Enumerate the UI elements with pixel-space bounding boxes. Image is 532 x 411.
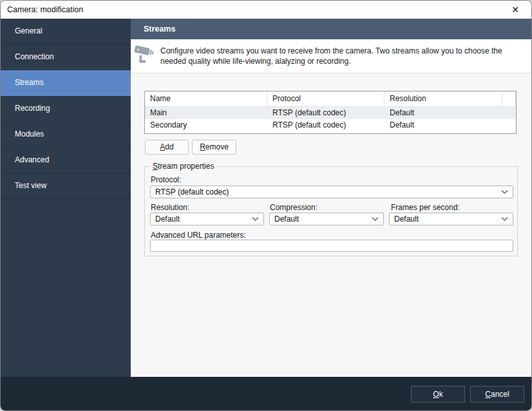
chevron-down-icon [501,217,508,221]
column-header-resolution[interactable]: Resolution [385,91,502,106]
streams-table-header: Name Protocol Resolution [145,91,516,107]
chevron-down-icon [252,217,259,221]
cell-protocol: RTSP (default codec) [267,107,385,119]
sidebar-item-recording[interactable]: Recording [1,96,131,122]
sidebar-item-streams[interactable]: Streams [1,70,131,96]
resolution-select[interactable]: Default [150,213,264,225]
sidebar-item-advanced[interactable]: Advanced [1,148,131,173]
cell-protocol: RTSP (default codec) [267,119,385,131]
sidebar-item-test-view[interactable]: Test view [1,173,131,199]
description-text: Configure video streams you want to rece… [160,46,525,66]
chevron-down-icon [372,217,379,221]
column-header-protocol[interactable]: Protocol [267,91,385,106]
main-panel: Streams Configure video streams you want… [131,19,532,377]
sidebar-item-connection[interactable]: Connection [1,44,131,70]
frames-per-second-label: Frames per second: [391,203,460,212]
sidebar-item-general[interactable]: General [1,19,131,44]
chevron-down-icon [501,190,508,194]
sidebar-item-modules[interactable]: Modules [1,122,131,148]
cell-resolution: Default [385,119,502,131]
advanced-url-input[interactable] [150,240,513,252]
protocol-select[interactable]: RTSP (default codec) [150,186,513,198]
cell-resolution: Default [385,107,502,119]
footer-bar: Ok Cancel [1,377,532,411]
stream-properties-label: Stream properties [150,162,216,171]
camera-modification-dialog: Camera: modification ✕ General Connectio… [0,0,532,411]
cell-name: Main [145,107,267,119]
stream-properties-group: Stream properties Protocol: RTSP (defaul… [144,166,518,256]
table-row-main[interactable]: Main RTSP (default codec) Default [145,107,516,119]
column-header-spacer [502,91,516,106]
ok-button[interactable]: Ok [411,386,465,403]
protocol-select-value: RTSP (default codec) [155,187,229,196]
cancel-button[interactable]: Cancel [470,386,524,403]
description-strip: Configure video streams you want to rece… [131,39,532,73]
add-button[interactable]: Add [145,140,189,155]
streams-table: Name Protocol Resolution Main RTSP (defa… [144,91,517,134]
window-titlebar[interactable]: Camera: modification ✕ [1,1,532,19]
window-title: Camera: modification [7,5,83,14]
cell-name: Secondary [145,119,267,131]
table-row-secondary[interactable]: Secondary RTSP (default codec) Default [145,119,516,131]
frames-per-second-select[interactable]: Default [389,213,513,225]
resolution-label: Resolution: [151,203,189,212]
remove-button[interactable]: Remove [192,140,236,155]
protocol-label: Protocol: [151,175,181,184]
close-icon[interactable]: ✕ [504,2,526,17]
compression-select-value: Default [274,215,299,224]
section-header: Streams [131,19,532,39]
resolution-select-value: Default [155,215,180,224]
cctv-camera-icon [134,43,156,69]
frames-per-second-select-value: Default [394,215,419,224]
compression-select[interactable]: Default [269,213,384,225]
column-header-name[interactable]: Name [145,91,267,106]
sidebar: General Connection Streams Recording Mod… [1,19,131,377]
compression-label: Compression: [270,203,318,212]
advanced-url-label: Advanced URL parameters: [151,231,246,240]
